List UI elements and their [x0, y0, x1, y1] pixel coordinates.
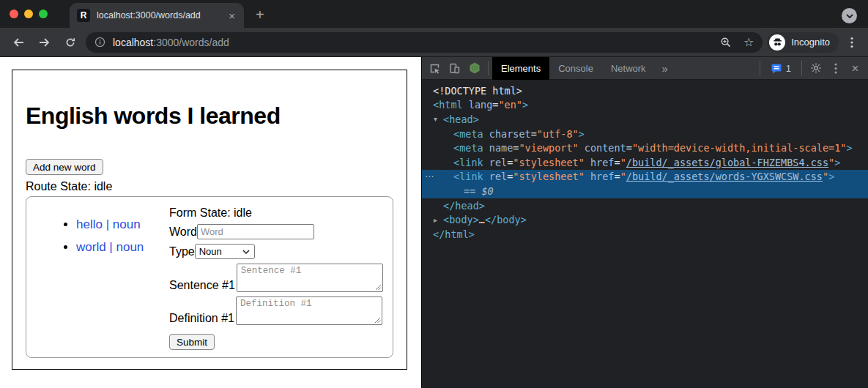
tab-title: localhost:3000/words/add [97, 10, 227, 20]
back-arrow-icon [12, 37, 25, 48]
select-chevron-icon [242, 250, 250, 254]
browser-toolbar: localhost:3000/words/add ☆ Incognito [0, 28, 868, 57]
inspect-cursor-icon [429, 62, 441, 75]
reload-icon [64, 37, 76, 48]
kebab-menu-icon [834, 63, 837, 74]
tab-strip: R localhost:3000/words/add × + [0, 0, 868, 28]
word-input[interactable] [197, 224, 314, 239]
node-extension-icon[interactable] [464, 57, 484, 80]
word-link[interactable]: world | noun [76, 240, 144, 254]
browser-window: R localhost:3000/words/add × + localhost… [0, 0, 868, 388]
toolbar-divider [801, 61, 802, 75]
expander-right-icon[interactable]: ▸ [434, 216, 437, 224]
minimize-window-button[interactable] [24, 10, 33, 18]
type-label: Type [169, 245, 195, 258]
forward-arrow-icon [38, 37, 51, 48]
zoom-window-button[interactable] [39, 10, 48, 18]
submit-button[interactable]: Submit [169, 334, 215, 350]
devtools-code-line[interactable]: ▸<body>…</body> [422, 212, 868, 227]
tab-close-icon[interactable]: × [227, 10, 237, 21]
words-list: hello | nounworld | noun [26, 217, 169, 350]
resize-grip-icon[interactable] [374, 317, 381, 324]
issues-count: 1 [786, 63, 791, 74]
devtools-code-line[interactable]: <html lang="en"> [422, 98, 868, 113]
zoom-in-icon [720, 37, 732, 48]
definition-textarea[interactable] [236, 296, 382, 325]
site-info-icon[interactable] [94, 37, 105, 48]
more-tabs-button[interactable]: » [655, 62, 675, 75]
bookmark-star-icon[interactable]: ☆ [743, 35, 754, 49]
devtools-panel: ElementsConsoleNetwork » 1 × <!DOCTYPE h… [421, 57, 868, 388]
devtools-code: <!DOCTYPE html><html lang="en">▾<head><m… [422, 80, 868, 388]
devtools-code-line[interactable]: </html> [422, 227, 868, 242]
type-select[interactable]: Noun [195, 244, 255, 259]
chevron-down-icon [846, 14, 853, 18]
web-page: English words I learned Add new word Rou… [0, 57, 421, 388]
devtools-code-line[interactable]: <meta name="viewport" content="width=dev… [422, 141, 868, 155]
toolbar-divider [488, 61, 489, 75]
list-item: world | noun [76, 240, 169, 255]
word-link[interactable]: hello | noun [76, 217, 141, 231]
add-word-form: Form State: idle Word Type Noun [169, 204, 384, 350]
address-bar[interactable]: localhost:3000/words/add ☆ [86, 32, 763, 53]
add-new-word-button[interactable]: Add new word [26, 159, 103, 175]
devtools-code-line[interactable]: ▾<head> [422, 112, 868, 127]
device-toolbar-icon [448, 62, 461, 75]
close-window-button[interactable] [10, 10, 18, 18]
expander-down-icon[interactable]: ▾ [434, 115, 437, 123]
settings-gear-button[interactable] [806, 57, 826, 80]
devtools-code-line[interactable]: </head> [422, 198, 868, 213]
node-hexagon-icon [468, 61, 481, 75]
list-item: hello | noun [76, 217, 169, 232]
devtools-tab-console[interactable]: Console [549, 57, 602, 80]
stylesheet-link[interactable]: /build/_assets/words-YGXSWCSW.css [626, 171, 823, 182]
incognito-badge[interactable]: Incognito [767, 32, 839, 53]
route-state-text: Route State: idle [26, 180, 393, 193]
issues-counter[interactable]: 1 [764, 57, 798, 80]
issues-bubble-icon [771, 62, 782, 74]
back-button[interactable] [6, 30, 31, 55]
devtools-code-line[interactable]: == $0 [422, 184, 868, 198]
incognito-icon [772, 37, 783, 48]
window-chevron-button[interactable] [842, 8, 857, 23]
device-toolbar-button[interactable] [445, 57, 464, 80]
sentence-label: Sentence #1 [169, 279, 235, 292]
page-title: English words I learned [26, 102, 393, 130]
devtools-tabs: ElementsConsoleNetwork [492, 57, 655, 80]
sentence-textarea[interactable] [237, 264, 383, 292]
form-state-text: Form State: idle [169, 206, 384, 220]
devtools-menu-button[interactable] [826, 57, 845, 80]
remix-favicon-icon: R [77, 9, 90, 22]
zoom-button[interactable] [720, 37, 732, 48]
devtools-tab-network[interactable]: Network [602, 57, 655, 80]
gear-icon [810, 62, 822, 74]
incognito-label: Incognito [791, 37, 830, 48]
words-panel: hello | nounworld | noun Form State: idl… [26, 196, 393, 358]
devtools-code-line[interactable]: ⋯<link rel="stylesheet" href="/build/_as… [422, 170, 868, 184]
traffic-lights [10, 10, 48, 18]
devtools-code-line[interactable]: <!DOCTYPE html> [422, 83, 868, 98]
new-tab-button[interactable]: + [256, 7, 264, 22]
type-select-value: Noun [199, 246, 222, 257]
resize-grip-icon[interactable] [375, 284, 382, 291]
stylesheet-link[interactable]: /build/_assets/global-FHZEMBS4.css [626, 157, 828, 168]
toolbar-divider [760, 61, 760, 75]
devtools-code-line[interactable]: <link rel="stylesheet" href="/build/_ass… [422, 155, 868, 170]
devtools-close-button[interactable]: × [845, 57, 865, 80]
more-actions-dots-icon[interactable]: ⋯ [425, 171, 434, 182]
app-container: English words I learned Add new word Rou… [12, 70, 407, 370]
forward-button[interactable] [31, 30, 57, 55]
kebab-menu-icon [850, 37, 853, 48]
definition-label: Definition #1 [169, 312, 234, 325]
url-text: localhost:3000/words/add [113, 37, 229, 48]
word-label: Word [169, 225, 197, 239]
reload-button[interactable] [57, 30, 83, 55]
browser-tab[interactable]: R localhost:3000/words/add × [70, 3, 244, 28]
devtools-code-line[interactable]: <meta charset="utf-8"> [422, 127, 868, 141]
devtools-tab-elements[interactable]: Elements [492, 57, 549, 80]
inspect-element-button[interactable] [425, 57, 445, 80]
devtools-toolbar: ElementsConsoleNetwork » 1 × [422, 57, 868, 80]
browser-menu-button[interactable] [842, 37, 862, 48]
incognito-avatar [769, 34, 785, 51]
